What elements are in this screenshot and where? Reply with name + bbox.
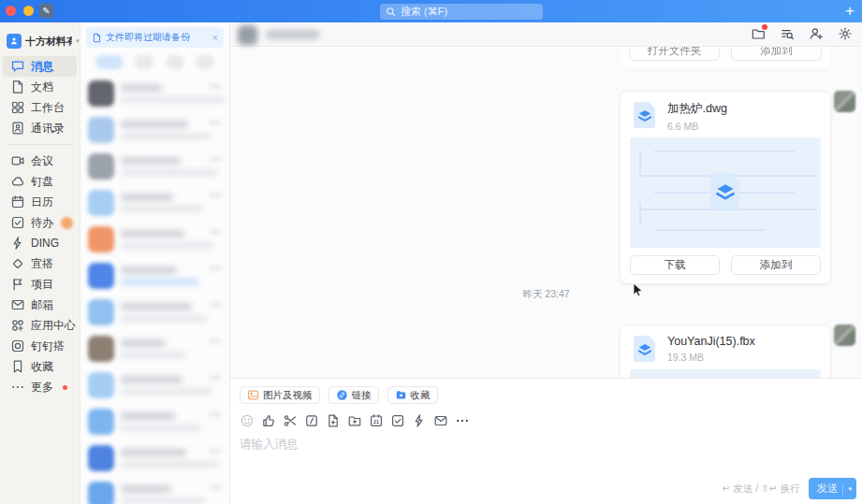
todo-count-badge: [61, 217, 73, 229]
chat-list-item[interactable]: [80, 184, 229, 221]
calendar-icon: [10, 194, 25, 209]
bookmark-icon: [10, 359, 25, 374]
dingtalk-window: ✎ 搜索 (⌘F) + 十方材料有... ▾ 消息文档工作台通讯录会议钉盘日历待…: [0, 0, 862, 504]
search-icon: [386, 7, 396, 17]
chat-list-item[interactable]: [80, 148, 229, 184]
chat-list-item[interactable]: [80, 367, 229, 403]
notification-dot: [63, 385, 67, 390]
link-icon: [336, 389, 348, 401]
sidebar-item-meeting[interactable]: 会议: [3, 151, 77, 171]
pill-link[interactable]: 链接: [329, 386, 379, 404]
avatar: [88, 263, 114, 289]
chat-list-item[interactable]: [80, 294, 229, 330]
send-options-caret-icon[interactable]: ▾: [848, 485, 852, 493]
send-hint: ↵ 发送 / ⇧↵ 换行: [723, 482, 800, 496]
chat-filter-chip[interactable]: [196, 55, 214, 69]
chat-list-item[interactable]: [80, 403, 229, 439]
chat-filter-chip[interactable]: [135, 55, 153, 69]
sidebar-item-label: 项目: [31, 277, 53, 293]
sidebar-item-grid[interactable]: 工作台: [3, 97, 77, 118]
sidebar-item-label: DING: [31, 237, 59, 250]
sidebar-item-project[interactable]: 项目: [3, 274, 77, 295]
calendar21-button[interactable]: 21: [369, 413, 384, 428]
sidebar-item-dingda[interactable]: 钉钉搭: [3, 336, 77, 356]
chat-list-item[interactable]: [80, 330, 229, 367]
pill-label: 收藏: [411, 389, 431, 402]
send-button[interactable]: 发送 ▾: [809, 478, 856, 499]
add-to-button[interactable]: 添加到: [731, 255, 821, 275]
folder-button[interactable]: [751, 26, 766, 41]
chat-list-item[interactable]: [80, 476, 229, 504]
quote-button[interactable]: [304, 413, 319, 428]
composer: 图片及视频链接收藏 21 请输入消息 ↵ 发送 / ⇧↵ 换行 发送 ▾: [230, 378, 862, 504]
minimize-window-button[interactable]: [23, 6, 34, 16]
chat-list-item[interactable]: [80, 439, 229, 476]
message-input[interactable]: 请输入消息: [240, 437, 853, 453]
titlebar: ✎ 搜索 (⌘F) +: [0, 0, 862, 22]
chat-item-text-blurred: [121, 412, 202, 431]
close-icon[interactable]: ×: [212, 32, 218, 43]
pill-photo[interactable]: 图片及视频: [240, 386, 320, 404]
file-size: 19.3 MB: [667, 352, 755, 363]
list-search-button[interactable]: [780, 26, 795, 41]
file-add-button[interactable]: [326, 413, 341, 428]
sidebar-item-doc[interactable]: 文档: [3, 77, 77, 97]
close-window-button[interactable]: [6, 6, 16, 16]
sidebar-item-bookmark[interactable]: 收藏: [3, 356, 77, 377]
sender-avatar[interactable]: [834, 324, 855, 346]
sidebar-item-lightning[interactable]: DING: [3, 233, 77, 253]
chat-title-blurred: [266, 30, 320, 39]
sidebar-item-chat[interactable]: 消息: [3, 56, 77, 77]
chat-list-item[interactable]: [80, 221, 229, 257]
todo-icon: [10, 215, 25, 230]
chat-filter-chip[interactable]: [166, 55, 184, 69]
expiry-banner[interactable]: 文件即将过期请备份 ×: [86, 27, 224, 48]
project-icon: [10, 277, 25, 292]
new-chat-button[interactable]: +: [845, 1, 855, 22]
lightning-button[interactable]: [412, 413, 427, 428]
sidebar-item-contacts[interactable]: 通讯录: [3, 118, 77, 138]
sidebar-item-calendar[interactable]: 日历: [3, 192, 77, 212]
add-to-button[interactable]: 添加到: [731, 47, 822, 61]
person-add-button[interactable]: [809, 26, 824, 41]
emoji-button[interactable]: [240, 413, 255, 428]
mail-button[interactable]: [433, 413, 448, 428]
chat-item-time-blurred: [209, 484, 222, 490]
chat-filter-chip[interactable]: [95, 55, 124, 69]
sender-avatar[interactable]: [834, 91, 855, 112]
org-name: 十方材料有...: [25, 35, 72, 49]
chat-list-item[interactable]: [80, 111, 229, 148]
sidebar-item-mail[interactable]: 邮箱: [3, 295, 77, 315]
gear-button[interactable]: [838, 26, 853, 41]
file-add-icon: [326, 413, 341, 428]
chat-list-item[interactable]: [80, 257, 229, 294]
file-card[interactable]: YouYanJi(15).fbx19.3 MB: [620, 324, 831, 378]
folder-add-button[interactable]: [347, 413, 362, 428]
task-button[interactable]: [390, 413, 405, 428]
sidebar-item-todo[interactable]: 待办: [3, 212, 77, 233]
sidebar-item-appcenter[interactable]: 应用中心: [3, 315, 77, 336]
chat-list: [80, 75, 229, 504]
sidebar-divider: [8, 144, 71, 145]
sidebar-item-label: 宜搭: [31, 256, 53, 272]
chat-avatar: [238, 25, 257, 45]
sidebar-item-label: 会议: [31, 153, 53, 169]
ellipsis-button[interactable]: [455, 413, 470, 428]
thumb-button[interactable]: [261, 413, 276, 428]
sidebar-item-more[interactable]: 更多: [3, 377, 77, 397]
file-card[interactable]: 加热炉.dwg6.6 MB下载添加到: [620, 91, 831, 284]
global-search-input[interactable]: 搜索 (⌘F): [380, 4, 543, 20]
fav-icon: [395, 389, 407, 401]
scissors-button[interactable]: [283, 413, 298, 428]
file-card-partial: 打开文件夹添加到: [620, 47, 831, 69]
pill-fav[interactable]: 收藏: [387, 386, 438, 404]
sidebar-item-cloud[interactable]: 钉盘: [3, 171, 77, 192]
avatar: [88, 153, 114, 180]
pill-label: 链接: [352, 389, 372, 402]
sidebar-item-yida[interactable]: 宜搭: [3, 253, 77, 274]
open-folder-button[interactable]: 打开文件夹: [629, 47, 720, 61]
org-switcher[interactable]: 十方材料有... ▾: [0, 30, 80, 56]
photo-icon: [247, 389, 259, 401]
download-button[interactable]: 下载: [630, 255, 720, 275]
chat-list-item[interactable]: [80, 75, 229, 111]
